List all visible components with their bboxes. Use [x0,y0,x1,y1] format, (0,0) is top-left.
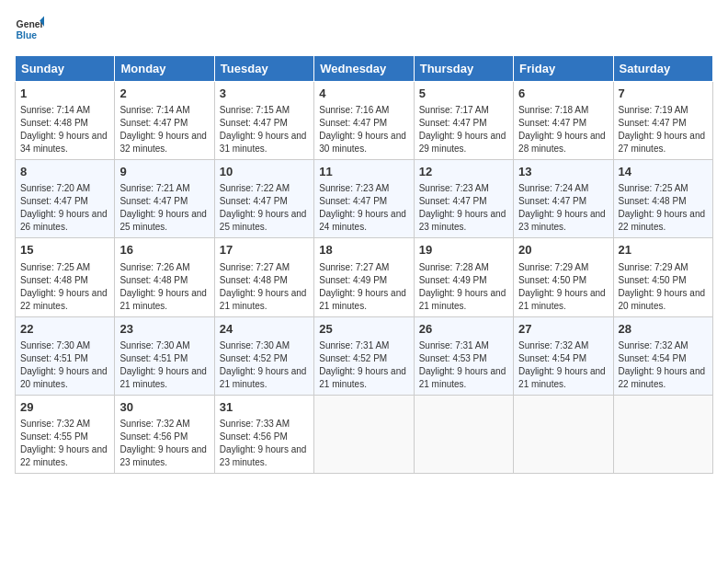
sunrise-info: Sunrise: 7:30 AM [119,340,189,350]
calendar-cell: 30Sunrise: 7:32 AMSunset: 4:56 PMDayligh… [115,395,214,473]
daylight-label: Daylight: 9 hours and 23 minutes. [419,209,506,232]
sunset-info: Sunset: 4:50 PM [619,275,687,285]
sunset-info: Sunset: 4:48 PM [119,275,188,285]
day-number: 15 [20,242,109,259]
sunset-info: Sunset: 4:47 PM [319,196,387,206]
day-number: 2 [119,86,209,102]
day-number: 10 [220,164,309,180]
sunset-info: Sunset: 4:47 PM [619,118,687,128]
sunset-info: Sunset: 4:56 PM [119,431,188,442]
day-number: 25 [319,321,408,338]
day-number: 29 [20,399,109,416]
calendar-cell: 4Sunrise: 7:16 AMSunset: 4:47 PMDaylight… [314,82,414,160]
daylight-label: Daylight: 9 hours and 21 minutes. [220,288,307,311]
sunset-info: Sunset: 4:53 PM [419,353,487,363]
sunrise-info: Sunrise: 7:19 AM [619,105,688,115]
day-number: 5 [419,86,508,102]
sunrise-info: Sunrise: 7:31 AM [419,340,489,350]
day-number: 27 [518,321,608,338]
calendar-cell: 17Sunrise: 7:27 AMSunset: 4:48 PMDayligh… [214,238,313,316]
calendar-week-3: 15Sunrise: 7:25 AMSunset: 4:48 PMDayligh… [16,238,713,316]
day-number: 4 [319,86,408,102]
calendar-cell: 8Sunrise: 7:20 AMSunset: 4:47 PMDaylight… [16,160,115,238]
sunrise-info: Sunrise: 7:24 AM [518,183,588,193]
daylight-label: Daylight: 9 hours and 27 minutes. [619,131,706,154]
sunrise-info: Sunrise: 7:30 AM [220,340,290,350]
sunrise-info: Sunrise: 7:26 AM [119,262,189,272]
daylight-label: Daylight: 9 hours and 21 minutes. [419,288,506,311]
sunset-info: Sunset: 4:51 PM [20,353,88,363]
calendar-cell: 31Sunrise: 7:33 AMSunset: 4:56 PMDayligh… [214,395,313,473]
daylight-label: Daylight: 9 hours and 24 minutes. [319,209,406,232]
sunrise-info: Sunrise: 7:32 AM [20,419,90,429]
calendar-cell: 27Sunrise: 7:32 AMSunset: 4:54 PMDayligh… [514,316,613,395]
daylight-label: Daylight: 9 hours and 34 minutes. [20,131,108,154]
daylight-label: Daylight: 9 hours and 28 minutes. [518,131,606,154]
calendar-cell: 19Sunrise: 7:28 AMSunset: 4:49 PMDayligh… [414,238,513,316]
calendar-cell: 1Sunrise: 7:14 AMSunset: 4:48 PMDaylight… [16,82,115,160]
sunrise-info: Sunrise: 7:18 AM [518,105,588,115]
calendar-cell: 10Sunrise: 7:22 AMSunset: 4:47 PMDayligh… [214,160,313,238]
sunrise-info: Sunrise: 7:23 AM [419,183,489,193]
sunset-info: Sunset: 4:49 PM [419,275,487,285]
sunrise-info: Sunrise: 7:32 AM [619,340,688,350]
calendar-cell: 28Sunrise: 7:32 AMSunset: 4:54 PMDayligh… [613,316,712,395]
calendar-cell: 21Sunrise: 7:29 AMSunset: 4:50 PMDayligh… [613,238,712,316]
daylight-label: Daylight: 9 hours and 21 minutes. [319,366,406,389]
calendar-cell: 25Sunrise: 7:31 AMSunset: 4:52 PMDayligh… [314,316,414,395]
day-number: 28 [619,321,708,338]
sunset-info: Sunset: 4:47 PM [119,196,188,206]
sunset-info: Sunset: 4:47 PM [419,196,487,206]
calendar-cell: 20Sunrise: 7:29 AMSunset: 4:50 PMDayligh… [514,238,613,316]
day-number: 31 [220,399,309,416]
daylight-label: Daylight: 9 hours and 22 minutes. [619,366,706,389]
day-number: 7 [619,86,708,102]
calendar-week-5: 29Sunrise: 7:32 AMSunset: 4:55 PMDayligh… [16,395,713,473]
sunset-info: Sunset: 4:50 PM [518,275,586,285]
sunset-info: Sunset: 4:51 PM [119,353,188,363]
calendar-body: 1Sunrise: 7:14 AMSunset: 4:48 PMDaylight… [16,82,713,474]
sunset-info: Sunset: 4:47 PM [518,118,586,128]
sunrise-info: Sunrise: 7:27 AM [319,262,389,272]
day-number: 14 [619,164,708,180]
sunrise-info: Sunrise: 7:17 AM [419,105,489,115]
calendar-cell: 16Sunrise: 7:26 AMSunset: 4:48 PMDayligh… [115,238,214,316]
calendar-cell: 22Sunrise: 7:30 AMSunset: 4:51 PMDayligh… [16,316,115,395]
day-number: 11 [319,164,408,180]
sunrise-info: Sunrise: 7:31 AM [319,340,389,350]
calendar-cell: 23Sunrise: 7:30 AMSunset: 4:51 PMDayligh… [115,316,214,395]
day-header-sunday: Sunday [16,56,115,82]
sunset-info: Sunset: 4:47 PM [20,196,88,206]
sunrise-info: Sunrise: 7:22 AM [220,183,290,193]
daylight-label: Daylight: 9 hours and 21 minutes. [518,288,606,311]
day-number: 18 [319,242,408,259]
page-header: General Blue [15,15,713,44]
calendar-header-row: SundayMondayTuesdayWednesdayThursdayFrid… [16,56,713,82]
sunrise-info: Sunrise: 7:21 AM [119,183,189,193]
day-number: 30 [119,399,209,416]
sunset-info: Sunset: 4:52 PM [319,353,387,363]
daylight-label: Daylight: 9 hours and 32 minutes. [119,131,207,154]
day-header-wednesday: Wednesday [314,56,414,82]
daylight-label: Daylight: 9 hours and 21 minutes. [518,366,606,389]
daylight-label: Daylight: 9 hours and 22 minutes. [20,288,108,311]
day-number: 26 [419,321,508,338]
sunrise-info: Sunrise: 7:30 AM [20,340,90,350]
sunset-info: Sunset: 4:54 PM [518,353,586,363]
daylight-label: Daylight: 9 hours and 23 minutes. [119,444,207,467]
calendar-cell [414,395,513,473]
sunrise-info: Sunrise: 7:20 AM [20,183,90,193]
sunrise-info: Sunrise: 7:32 AM [518,340,588,350]
daylight-label: Daylight: 9 hours and 23 minutes. [518,209,606,232]
svg-text:General: General [17,19,44,29]
day-header-thursday: Thursday [414,56,513,82]
sunset-info: Sunset: 4:54 PM [619,353,687,363]
sunrise-info: Sunrise: 7:27 AM [220,262,290,272]
calendar-cell: 29Sunrise: 7:32 AMSunset: 4:55 PMDayligh… [16,395,115,473]
day-number: 6 [518,86,608,102]
daylight-label: Daylight: 9 hours and 30 minutes. [319,131,406,154]
sunset-info: Sunset: 4:55 PM [20,431,88,442]
sunrise-info: Sunrise: 7:14 AM [20,105,90,115]
calendar-cell: 15Sunrise: 7:25 AMSunset: 4:48 PMDayligh… [16,238,115,316]
calendar-week-1: 1Sunrise: 7:14 AMSunset: 4:48 PMDaylight… [16,82,713,160]
